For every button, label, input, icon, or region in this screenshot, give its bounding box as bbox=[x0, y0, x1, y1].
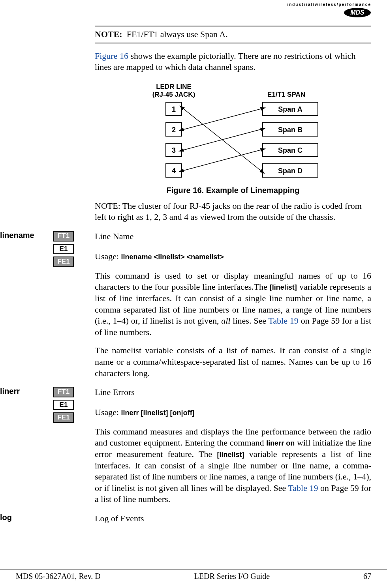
log-title: Log of Events bbox=[95, 513, 371, 524]
usage-code-2: linerr [linelist] [on|off] bbox=[121, 409, 195, 417]
note-box: NOTE: FE1/FT1 always use Span A. bbox=[95, 26, 371, 43]
usage-label: Usage: bbox=[95, 251, 121, 261]
linename-para2: The namelist variable consists of a list… bbox=[95, 345, 371, 379]
table-reference: Table 19 bbox=[268, 316, 298, 326]
svg-line-13 bbox=[184, 150, 261, 170]
badge-ft1: FT1 bbox=[53, 231, 74, 242]
diagram-line-2: 2 bbox=[172, 126, 176, 134]
margin-label-linename: linename bbox=[0, 231, 47, 240]
footer-left: MDS 05-3627A01, Rev. D bbox=[16, 572, 101, 581]
mds-logo-icon: MDS bbox=[344, 7, 371, 18]
linerr-usage: Usage: linerr [linelist] [on|off] bbox=[95, 405, 371, 419]
usage-code: linename <linelist> <namelist> bbox=[121, 253, 224, 261]
badge-fe1-2: FE1 bbox=[53, 412, 74, 423]
svg-line-12 bbox=[184, 129, 261, 150]
linename-usage: Usage: linename <linelist> <namelist> bbox=[95, 249, 371, 263]
page-footer: MDS 05-3627A01, Rev. D LEDR Series I/O G… bbox=[0, 569, 387, 581]
badge-e1-2: E1 bbox=[53, 400, 74, 410]
figure-caption: Figure 16. Example of Linemapping bbox=[95, 186, 371, 195]
figure-reference: Figure 16 bbox=[95, 51, 128, 61]
diagram-span-b: Span B bbox=[278, 126, 302, 134]
header-tagline: industrial/wireless/performance bbox=[287, 2, 371, 7]
note-text: FE1/FT1 always use Span A. bbox=[127, 29, 228, 39]
diagram-left-title-2: (RJ-45 JACK) bbox=[152, 91, 195, 98]
usage-label-2: Usage: bbox=[95, 407, 121, 417]
margin-label-linerr: linerr bbox=[0, 387, 47, 396]
linerr-para1: This command measures and displays the l… bbox=[95, 426, 371, 505]
diagram-line-3: 3 bbox=[172, 146, 176, 154]
intro-paragraph: Figure 16 shows the example pictorially.… bbox=[95, 51, 371, 73]
linerr-title: Line Errors bbox=[95, 387, 371, 398]
note-paragraph: NOTE: The cluster of four RJ-45 jacks on… bbox=[95, 200, 371, 223]
badge-e1: E1 bbox=[53, 244, 74, 255]
intro-text: shows the example pictorially. There are… bbox=[95, 51, 355, 72]
diagram-span-a: Span A bbox=[278, 105, 302, 113]
margin-label-log: log bbox=[0, 513, 47, 522]
diagram-right-title: E1/T1 SPAN bbox=[267, 91, 305, 98]
table-reference-2: Table 19 bbox=[288, 483, 318, 493]
diagram-span-d: Span D bbox=[278, 167, 302, 175]
diagram-left-title-1: LEDR LINE bbox=[156, 83, 192, 90]
header-logo: industrial/wireless/performance MDS bbox=[287, 2, 371, 19]
footer-center: LEDR Series I/O Guide bbox=[194, 572, 270, 581]
linename-para1: This command is used to set or display m… bbox=[95, 270, 371, 338]
note-label: NOTE: bbox=[95, 29, 122, 39]
badge-ft1-2: FT1 bbox=[53, 387, 74, 397]
svg-text:MDS: MDS bbox=[350, 9, 364, 16]
diagram-line-1: 1 bbox=[172, 105, 176, 113]
badge-fe1: FE1 bbox=[53, 257, 74, 267]
footer-right: 67 bbox=[363, 572, 371, 581]
diagram-span-c: Span C bbox=[278, 146, 302, 154]
linemapping-diagram: LEDR LINE (RJ-45 JACK) E1/T1 SPAN 1 2 3 … bbox=[95, 83, 371, 178]
svg-line-11 bbox=[184, 109, 261, 129]
linename-title: Line Name bbox=[95, 231, 371, 242]
diagram-line-4: 4 bbox=[172, 167, 176, 175]
